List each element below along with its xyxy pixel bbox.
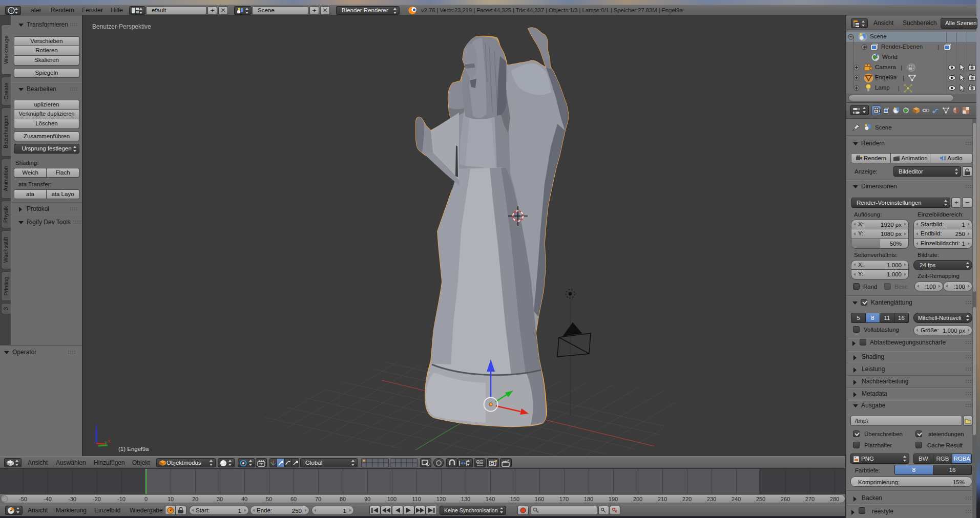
svg-text:-10: -10 — [117, 496, 126, 502]
svg-text:-30: -30 — [68, 496, 76, 502]
svg-text:250: 250 — [756, 496, 765, 502]
svg-text:80: 80 — [340, 496, 346, 502]
svg-text:-50: -50 — [19, 496, 27, 502]
svg-text:0: 0 — [144, 496, 148, 502]
svg-text:270: 270 — [805, 496, 815, 502]
svg-text:180: 180 — [584, 496, 593, 502]
svg-text:110: 110 — [412, 496, 421, 502]
svg-text:200: 200 — [633, 496, 642, 502]
svg-text:260: 260 — [781, 496, 790, 502]
svg-text:i: i — [11, 8, 12, 13]
svg-text:280: 280 — [830, 496, 839, 502]
svg-text:210: 210 — [658, 496, 667, 502]
svg-text:190: 190 — [609, 496, 618, 502]
svg-text:20: 20 — [192, 496, 198, 502]
svg-text:-40: -40 — [44, 496, 52, 502]
svg-text:130: 130 — [461, 496, 470, 502]
svg-text:160: 160 — [535, 496, 544, 502]
svg-text:y: y — [105, 439, 108, 445]
svg-text:120: 120 — [436, 496, 446, 502]
svg-text:240: 240 — [732, 496, 741, 502]
svg-text:60: 60 — [290, 496, 297, 502]
svg-text:z: z — [95, 423, 98, 429]
svg-text:x: x — [108, 438, 111, 444]
svg-text:30: 30 — [217, 496, 223, 502]
svg-text:70: 70 — [315, 496, 321, 502]
svg-text:10: 10 — [168, 496, 174, 502]
svg-text:140: 140 — [486, 496, 495, 502]
svg-text:220: 220 — [682, 496, 692, 502]
svg-text:50: 50 — [266, 496, 272, 502]
svg-text:90: 90 — [364, 496, 370, 502]
svg-text:170: 170 — [559, 496, 569, 502]
svg-text:230: 230 — [707, 496, 716, 502]
svg-text:40: 40 — [241, 496, 247, 502]
svg-text:100: 100 — [387, 496, 397, 502]
svg-text:150: 150 — [510, 496, 519, 502]
svg-text:-20: -20 — [93, 496, 101, 502]
